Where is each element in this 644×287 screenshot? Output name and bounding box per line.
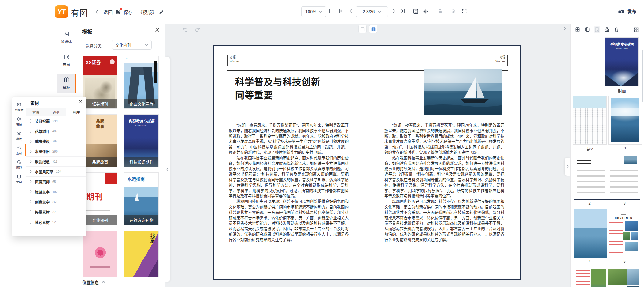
template-card-partial-pink[interactable] (83, 231, 117, 283)
asset-category-row[interactable]: 花草树叶487 (26, 126, 86, 136)
page-thumb-cover[interactable]: 科研教育与成果 HIGHLIGHT (605, 37, 639, 86)
tab-borders[interactable]: 边框 (46, 108, 66, 116)
page-indicator-select[interactable]: 2-3/36 (356, 6, 388, 17)
view-mode-toggles (358, 25, 377, 33)
paragraph: 纵观国内外历史可以发现：科普不仅可以为创新提供良好的氛围和文化基础，更会为创新提… (229, 199, 349, 243)
logo-text: YT (57, 8, 66, 15)
spread-view-button[interactable] (369, 25, 377, 33)
position-info-toggle[interactable]: 位置信息 (76, 277, 165, 287)
tab-backgrounds[interactable]: 背景 (26, 108, 46, 116)
sidebar-item-layout[interactable]: 布局 (57, 51, 76, 70)
expand-right-panel-handle[interactable] (565, 158, 570, 176)
prev-page-button[interactable] (348, 9, 353, 13)
page-thumb-spread-6-7[interactable] (574, 267, 640, 287)
grid-view-icon[interactable] (634, 27, 639, 32)
page-thumb-spread-2-3-selected[interactable] (574, 153, 640, 200)
cloud-icon (17, 145, 21, 150)
cover-badge (110, 59, 115, 64)
asset-category-row[interactable]: 页眉页脚65 (26, 177, 86, 187)
editor-canvas[interactable]: 寄语 Wishes 寄语 Wishes 科学普及与科技创新 同等重要 “忽如一夜… (165, 24, 570, 287)
left-page-header[interactable]: 寄语 Wishes (230, 55, 240, 64)
back-button[interactable]: 返回 (95, 8, 113, 16)
lock-button[interactable] (437, 9, 443, 14)
template-card-shipping-guide[interactable]: 水运指南 运输咨询刊物 (124, 172, 159, 225)
close-icon[interactable] (78, 100, 83, 104)
collapse-templates-panel-handle[interactable] (165, 57, 170, 282)
close-icon[interactable] (155, 27, 160, 32)
assets-rail-shapes[interactable]: 图形 (12, 157, 26, 172)
fullscreen-button[interactable] (462, 9, 467, 14)
page-spread[interactable]: 寄语 Wishes 寄语 Wishes 科学普及与科技创新 同等重要 “忽如一夜… (213, 45, 521, 280)
publish-button[interactable]: 发布 (618, 8, 636, 14)
pages-scrollbar[interactable] (642, 50, 643, 102)
paste-page-icon[interactable] (594, 26, 600, 33)
template-card-securities[interactable]: XX证券 证券期刊 (83, 56, 117, 109)
template-label: 企业文化宣传 (124, 99, 158, 108)
single-page-view-button[interactable] (358, 25, 367, 33)
category-count: 52 (52, 220, 56, 224)
left-page-text[interactable]: “忽如一夜春风来，千树万树梨花开”，建国70年来，特别是改革开放以来，随着我国经… (229, 123, 349, 243)
asset-category-row[interactable]: 节日祝福299 (26, 116, 86, 126)
assets-rail-templates[interactable]: 模板 (12, 129, 26, 143)
article-title-line2: 同等重要 (235, 89, 320, 102)
asset-category-row[interactable]: 创意文字261 (26, 197, 86, 207)
next-page-button[interactable] (391, 9, 396, 13)
sidebar-item-multimedia[interactable]: 多媒体 (57, 28, 76, 47)
tab-gallery[interactable]: 图库 (66, 108, 86, 116)
template-card-corporate-culture[interactable]: 03 企业文化宣传 (124, 56, 159, 109)
header-en: Wishes (495, 59, 505, 64)
asset-category-row[interactable]: 水墨怀旧290 (26, 146, 86, 157)
assets-rail-layout[interactable]: 布局 (12, 114, 26, 129)
template-card-science-journal[interactable]: 科研教育与成果 HIGHLIGHT 科技知识期刊 (124, 114, 159, 167)
sidebar-item-templates[interactable]: 模板 (57, 74, 76, 93)
zoom-out-button[interactable] (293, 9, 298, 13)
toc-lines (609, 222, 623, 253)
template-card-brand-story[interactable]: 品牌 故事 品牌故事 (83, 114, 117, 167)
asset-category-row[interactable]: 聚会纪念711 (26, 157, 86, 167)
asset-category-row[interactable]: 城市建设784 (26, 136, 86, 146)
collapse-right-panel-chevron[interactable] (563, 26, 567, 31)
template-card-partial-beijing[interactable]: 北京 (124, 231, 159, 283)
redo-icon[interactable] (195, 27, 201, 32)
category-count: 711 (52, 160, 57, 163)
clean-page-icon[interactable] (604, 26, 610, 33)
page-thumb-inside-cover[interactable] (573, 96, 607, 145)
assets-rail-text[interactable]: 文字 (12, 172, 26, 186)
first-page-button[interactable] (338, 9, 343, 13)
asset-category-row[interactable]: 旅游文字192 (26, 187, 86, 197)
save-button[interactable]: 保存 (116, 8, 133, 16)
assets-floating-panel[interactable]: 多媒体 布局 模板 素材 图形 文字 素材 背景 边框 图库 (12, 97, 86, 236)
zoom-in-button[interactable] (327, 9, 332, 13)
app-logo[interactable]: YT (55, 5, 68, 18)
duplicate-page-icon[interactable] (584, 26, 590, 33)
last-page-button[interactable] (401, 9, 405, 13)
category-name: 水墨风花草 (35, 169, 53, 174)
assets-rail-assets[interactable]: 素材 (12, 143, 26, 157)
right-page-text[interactable]: “忽如一夜春风来，千树万树梨花开”，建国70年来，特别是改革开放以来，随着我国经… (384, 123, 504, 243)
add-page-icon[interactable] (574, 26, 581, 33)
delete-page-icon[interactable] (613, 26, 620, 33)
zoom-level-select[interactable]: 100% (301, 6, 326, 17)
page-thumb-1[interactable] (608, 96, 642, 145)
page-settings-button[interactable] (413, 9, 419, 14)
delete-button[interactable] (450, 9, 456, 14)
category-select[interactable]: 文化内刊 (112, 40, 152, 50)
assets-rail-multimedia[interactable]: 多媒体 (12, 100, 26, 114)
document-title[interactable]: 《模版》 (138, 8, 164, 16)
article-title[interactable]: 科学普及与科技创新 同等重要 (235, 75, 320, 102)
right-page-header[interactable]: 寄语 Wishes (495, 55, 505, 64)
chevron-right-icon (30, 150, 32, 153)
asset-category-row[interactable]: 矢量素材37 (26, 207, 86, 217)
template-card-enterprise-journal[interactable]: 期刊 企业期刊 (83, 172, 117, 225)
cover-art (154, 61, 157, 84)
mini-image (624, 156, 637, 164)
undo-icon[interactable] (182, 27, 188, 32)
asset-category-row[interactable]: 水墨风花草194 (26, 167, 86, 177)
paragraph: 站在我国科技事业发展新的历史起点，面对时代赋予我们的历史使命，如何适应我国经济社… (384, 156, 504, 199)
page-thumb-spread-4-5[interactable]: CONTENTS (574, 209, 640, 258)
category-name: 旅游文字 (35, 189, 50, 194)
mini-image (608, 269, 627, 285)
facing-pages-button[interactable] (423, 9, 429, 14)
asset-category-row[interactable]: 其它素材52 (26, 217, 86, 227)
sailboat-photo[interactable] (424, 69, 502, 115)
